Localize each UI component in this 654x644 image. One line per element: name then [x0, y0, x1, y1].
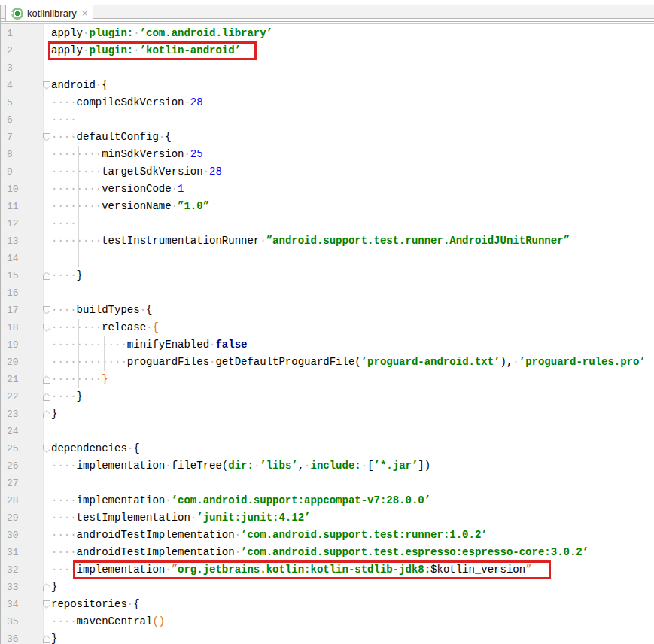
- fold-expand-marker[interactable]: [43, 393, 50, 401]
- window-left-border: [0, 5, 1, 644]
- code-text: }: [51, 408, 57, 420]
- line-number: 17: [7, 302, 41, 319]
- editor-tab-strip: [0, 5, 654, 19]
- fold-collapse-marker[interactable]: [43, 445, 50, 453]
- fold-expand-marker[interactable]: [43, 375, 50, 384]
- line-number: 13: [7, 232, 41, 250]
- code-line[interactable]: 24: [0, 423, 654, 440]
- code-line[interactable]: 17····buildTypes·{: [0, 302, 654, 319]
- code-line[interactable]: 35····mavenCentral(): [0, 613, 654, 630]
- fold-expand-marker[interactable]: [43, 583, 50, 591]
- code-line[interactable]: 29····testImplementation·’junit:junit:4.…: [0, 509, 654, 527]
- code-line[interactable]: 16: [0, 284, 654, 302]
- fold-collapse-marker[interactable]: [43, 133, 50, 141]
- fold-collapse-marker[interactable]: [43, 306, 50, 314]
- code-text: ····buildTypes·{: [51, 304, 152, 316]
- fold-collapse-marker[interactable]: [43, 324, 50, 332]
- code-line[interactable]: 20············proguardFiles·getDefaultPr…: [0, 354, 654, 371]
- code-text: ····testImplementation·’junit:junit:4.12…: [51, 512, 310, 524]
- code-line[interactable]: 18········release·{: [0, 319, 654, 336]
- tab-kotlinlibrary[interactable]: kotlinlibrary ×: [5, 5, 93, 21]
- code-line[interactable]: 34repositories·{: [0, 596, 654, 613]
- code-line[interactable]: 21········}: [0, 371, 654, 388]
- line-number: 8: [7, 146, 41, 163]
- line-number: 19: [7, 336, 41, 354]
- code-line[interactable]: 19············minifyEnabled·false: [0, 336, 654, 354]
- code-text: android·{: [51, 79, 108, 91]
- code-line[interactable]: 36}: [0, 630, 654, 644]
- code-line[interactable]: 11········versionName·”1.0”: [0, 198, 654, 215]
- code-text: ····implementation·’com.android.support:…: [51, 494, 430, 506]
- code-text: ········minSdkVersion·25: [51, 148, 203, 160]
- code-line[interactable]: 14: [0, 250, 654, 267]
- code-line[interactable]: 28····implementation·’com.android.suppor…: [0, 492, 654, 509]
- line-number: 32: [7, 561, 41, 579]
- code-text: ····compileSdkVersion·28: [51, 96, 203, 108]
- code-line[interactable]: 31····androidTestImplementation·’com.and…: [0, 544, 654, 561]
- code-line[interactable]: 9········targetSdkVersion·28: [0, 163, 654, 181]
- code-line[interactable]: 27: [0, 475, 654, 492]
- line-number: 10: [7, 181, 41, 198]
- code-line[interactable]: 7····defaultConfig·{: [0, 129, 654, 146]
- code-line[interactable]: 8········minSdkVersion·25: [0, 146, 654, 163]
- line-number: 31: [7, 544, 41, 561]
- code-line[interactable]: 15····}: [0, 267, 654, 284]
- line-number: 7: [7, 129, 41, 146]
- code-line[interactable]: 3: [0, 59, 654, 77]
- code-lines: 1apply·plugin:·’com.android.library’2app…: [0, 24, 654, 644]
- line-number: 28: [7, 492, 41, 509]
- line-number: 1: [7, 25, 41, 42]
- code-text: ····}: [51, 269, 83, 281]
- code-text: }: [51, 633, 57, 644]
- code-text: ····implementation·”org.jetbrains.kotlin…: [51, 564, 532, 576]
- line-number: 26: [7, 457, 41, 475]
- line-number: 20: [7, 354, 41, 371]
- code-text: ········testInstrumentationRunner·”andro…: [51, 235, 570, 247]
- line-number: 21: [7, 371, 41, 388]
- line-number: 25: [7, 440, 41, 457]
- code-line[interactable]: 12····: [0, 215, 654, 232]
- code-line[interactable]: 2apply·plugin:·’kotlin-android’: [0, 42, 654, 59]
- fold-collapse-marker[interactable]: [43, 81, 50, 90]
- code-text: ········release·{: [51, 321, 159, 333]
- code-text: apply·plugin:·’com.android.library’: [51, 27, 272, 39]
- tab-close-icon[interactable]: ×: [82, 8, 88, 18]
- line-number: 23: [7, 406, 41, 423]
- fold-expand-marker[interactable]: [43, 272, 50, 280]
- code-line[interactable]: 26····implementation·fileTree(dir:·’libs…: [0, 457, 654, 475]
- line-number: 11: [7, 198, 41, 215]
- code-text: ····implementation·fileTree(dir:·’libs’,…: [51, 460, 430, 472]
- code-line[interactable]: 5····compileSdkVersion·28: [0, 94, 654, 111]
- code-line[interactable]: 23}: [0, 406, 654, 423]
- tab-title: kotlinlibrary: [27, 8, 77, 19]
- code-line[interactable]: 30····androidTestImplementation·’com.and…: [0, 527, 654, 544]
- code-text: ············proguardFiles·getDefaultProg…: [51, 356, 646, 368]
- fold-collapse-marker[interactable]: [43, 600, 50, 609]
- code-text: ····}: [51, 390, 83, 402]
- line-number: 5: [7, 94, 41, 111]
- code-editor[interactable]: 1apply·plugin:·’com.android.library’2app…: [0, 24, 654, 644]
- line-number: 4: [7, 77, 41, 94]
- line-number: 2: [7, 42, 41, 59]
- code-line[interactable]: 33}: [0, 579, 654, 596]
- fold-expand-marker[interactable]: [43, 410, 50, 418]
- code-line[interactable]: 32····implementation·”org.jetbrains.kotl…: [0, 561, 654, 579]
- code-line[interactable]: 22····}: [0, 388, 654, 406]
- editor-top-border: [0, 21, 654, 22]
- line-number: 12: [7, 215, 41, 232]
- code-line[interactable]: 4android·{: [0, 77, 654, 94]
- code-line[interactable]: 6····: [0, 111, 654, 129]
- line-number: 15: [7, 267, 41, 284]
- code-text: ····androidTestImplementation·’com.andro…: [51, 546, 589, 558]
- gradle-file-icon: [11, 8, 23, 20]
- code-text: }: [51, 581, 57, 593]
- code-text: dependencies·{: [51, 442, 140, 454]
- code-text: ····androidTestImplementation·’com.andro…: [51, 529, 488, 541]
- code-line[interactable]: 10········versionCode·1: [0, 181, 654, 198]
- code-line[interactable]: 1apply·plugin:·’com.android.library’: [0, 25, 654, 42]
- line-number: 24: [7, 423, 41, 440]
- fold-expand-marker[interactable]: [43, 635, 50, 643]
- code-line[interactable]: 25dependencies·{: [0, 440, 654, 457]
- line-number: 9: [7, 163, 41, 181]
- code-line[interactable]: 13········testInstrumentationRunner·”and…: [0, 232, 654, 250]
